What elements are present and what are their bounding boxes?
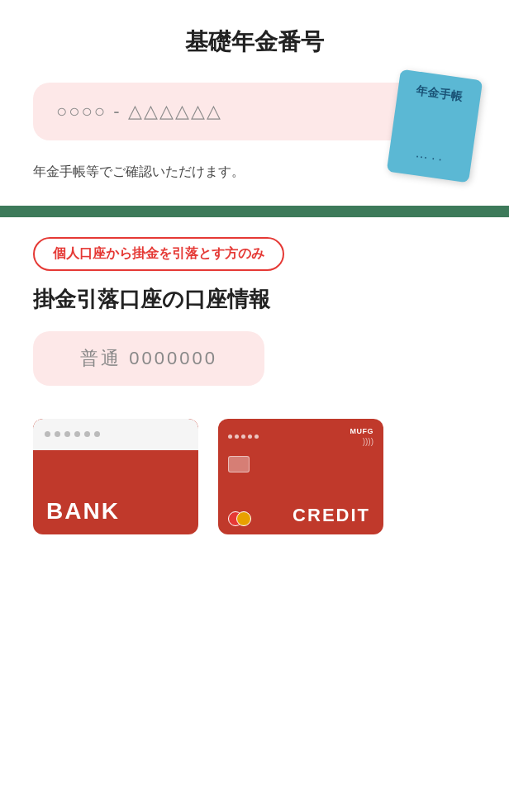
- cards-row: BANK MUFG )))): [33, 419, 476, 534]
- bank-card-dot-5: [84, 431, 90, 437]
- bank-card[interactable]: BANK: [33, 419, 198, 534]
- credit-card-label: CREDIT: [293, 505, 373, 526]
- bank-card-dot-6: [94, 431, 100, 437]
- credit-logo-right-circle: [236, 511, 251, 526]
- top-section: 基礎年金番号 ○○○○ - △△△△△△ 年金手帳 ….. 年金手帳等でご確認い…: [0, 0, 509, 206]
- bank-card-dot-1: [45, 431, 50, 437]
- bank-card-dots: [45, 431, 100, 437]
- pension-booklet-dots: …..: [415, 145, 447, 164]
- pension-booklet-card: 年金手帳 …..: [387, 69, 483, 183]
- bank-card-dot-4: [74, 431, 80, 437]
- credit-card-dots-row: [228, 434, 259, 439]
- credit-chip: [228, 456, 250, 472]
- page-title: 基礎年金番号: [33, 26, 476, 58]
- credit-nfc-icon: )))): [363, 437, 373, 446]
- credit-card-logo: [228, 511, 251, 526]
- credit-card-top-row: MUFG )))): [228, 427, 373, 446]
- pension-booklet-title: 年金手帳: [415, 83, 463, 106]
- badge-container: 個人口座から掛金を引落とす方のみ: [33, 237, 476, 271]
- pension-booklet-decoration: 年金手帳 …..: [393, 74, 484, 182]
- credit-dot-1: [228, 434, 232, 439]
- credit-dot-3: [241, 434, 245, 439]
- credit-dot-4: [248, 434, 252, 439]
- credit-card[interactable]: MUFG )))) CREDIT: [218, 419, 383, 534]
- credit-mufg-text: MUFG: [350, 427, 374, 435]
- credit-dot-5: [254, 434, 259, 439]
- section-title: 掛金引落口座の口座情報: [33, 284, 476, 314]
- bottom-section: 個人口座から掛金を引落とす方のみ 掛金引落口座の口座情報 普通 0000000 …: [0, 237, 509, 567]
- bank-card-dot-2: [55, 431, 60, 437]
- section-divider: [0, 206, 509, 217]
- section-badge: 個人口座から掛金を引落とす方のみ: [33, 237, 284, 271]
- pension-input-area: ○○○○ - △△△△△△ 年金手帳 …..: [33, 83, 476, 140]
- bank-card-label: BANK: [46, 498, 198, 525]
- account-number-placeholder: 普通 0000000: [80, 348, 217, 368]
- bank-card-top: [33, 419, 198, 450]
- credit-logo-circles: [228, 511, 251, 526]
- credit-dot-2: [235, 434, 239, 439]
- bank-card-dot-3: [64, 431, 70, 437]
- account-number-bubble: 普通 0000000: [33, 331, 264, 386]
- pension-number-placeholder: ○○○○ - △△△△△△: [56, 101, 222, 122]
